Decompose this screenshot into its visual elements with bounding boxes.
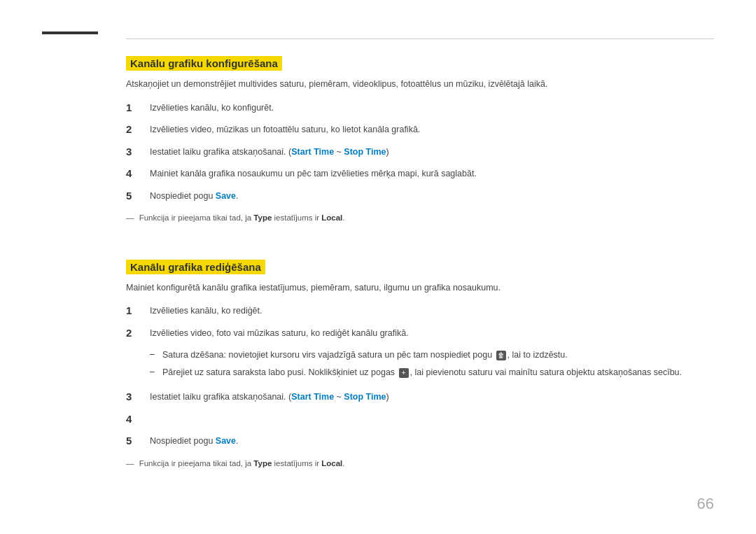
step-number: 3 (126, 389, 146, 405)
step-text: Izvēlieties video, foto vai mūzikas satu… (150, 326, 409, 340)
step-text: Izvēlieties kanālu, ko konfigurēt. (150, 101, 274, 115)
save-keyword-2: Save (216, 436, 236, 446)
section-1-steps: 1 Izvēlieties kanālu, ko konfigurēt. 2 I… (126, 101, 714, 204)
step-number: 2 (126, 325, 146, 342)
section-2: Kanālu grafika rediģēšana Mainiet konfig… (126, 260, 714, 470)
step-2-sub: 2 – Satura dzēšana: novietojiet kursoru … (126, 348, 714, 383)
type-keyword: Type (253, 213, 272, 222)
section-2-title: Kanālu grafika rediģēšana (126, 260, 265, 274)
delete-icon: 🗑 (496, 351, 506, 360)
step-1-4: 4 Mainiet kanāla grafika nosaukumu un pē… (126, 167, 714, 182)
step-2-5: 5 Nospiediet pogu Save. (126, 434, 714, 449)
section-1-title: Kanālu grafiku konfigurēšana (126, 56, 282, 71)
sub-item-2-text: Pārejiet uz satura saraksta labo pusi. N… (162, 365, 682, 379)
type-keyword-2: Type (253, 459, 272, 468)
step-number: 4 (126, 166, 146, 182)
footnote-dash: — (126, 213, 134, 222)
step-1-3: 3 Iestatiet laiku grafika atskaņošanai. … (126, 145, 714, 160)
step-number: 3 (126, 144, 146, 160)
top-divider-line (126, 38, 714, 39)
save-keyword: Save (216, 191, 236, 201)
step-2-1: 1 Izvēlieties kanālu, ko rediģēt. (126, 304, 714, 319)
section-2-footnote: — Funkcija ir pieejama tikai tad, ja Typ… (126, 458, 714, 470)
section-1: Kanālu grafiku konfigurēšana Atskaņojiet… (126, 56, 714, 225)
footnote-dash-2: — (126, 459, 134, 468)
stop-time-keyword: Stop Time (344, 147, 386, 157)
step-2-3: 3 Iestatiet laiku grafika atskaņošanai. … (126, 390, 714, 405)
local-keyword-2: Local (321, 459, 342, 468)
step-text: Izvēlieties kanālu, ko rediģēt. (150, 304, 262, 318)
sub-item-1-text: Satura dzēšana: novietojiet kursoru virs… (162, 348, 568, 362)
start-time-keyword-2: Start Time (291, 392, 334, 402)
step-number: 5 (126, 188, 146, 204)
step-2-4: 4 (126, 412, 714, 428)
step-number: 2 (126, 122, 146, 138)
step-text: – Satura dzēšana: novietojiet kursoru vi… (150, 348, 682, 383)
step-number: 5 (126, 433, 146, 449)
step-text: Mainiet kanāla grafika nosaukumu un pēc … (150, 167, 477, 181)
step-text: Iestatiet laiku grafika atskaņošanai. (S… (150, 390, 389, 404)
section-1-intro: Atskaņojiet un demonstrējiet multivides … (126, 78, 714, 91)
step-1-1: 1 Izvēlieties kanālu, ko konfigurēt. (126, 101, 714, 116)
local-keyword: Local (321, 213, 342, 222)
section-1-footnote: — Funkcija ir pieejama tikai tad, ja Typ… (126, 212, 714, 224)
section-2-steps: 1 Izvēlieties kanālu, ko rediģēt. 2 Izvē… (126, 304, 714, 449)
left-accent-bar (42, 31, 98, 34)
add-icon: + (399, 368, 409, 378)
step-text: Nospiediet pogu Save. (150, 434, 239, 448)
step-number: 4 (126, 412, 146, 428)
step-number: 1 (126, 100, 146, 116)
step-text: Izvēlieties video, mūzikas un fotoattēlu… (150, 122, 420, 136)
step-text: Nospiediet pogu Save. (150, 189, 239, 203)
sub-dash: – (150, 348, 162, 361)
start-time-keyword: Start Time (291, 147, 334, 157)
step-text: Iestatiet laiku grafika atskaņošanai. (S… (150, 145, 389, 159)
sub-item-2: – Pārejiet uz satura saraksta labo pusi.… (150, 365, 682, 379)
step-2-2: 2 Izvēlieties video, foto vai mūzikas sa… (126, 326, 714, 342)
sub-item-1: – Satura dzēšana: novietojiet kursoru vi… (150, 348, 682, 362)
page-container: Kanālu grafiku konfigurēšana Atskaņojiet… (0, 0, 756, 534)
page-number: 66 (697, 495, 714, 513)
step-number: 1 (126, 303, 146, 319)
section-2-intro: Mainiet konfigurētā kanālu grafika iesta… (126, 281, 714, 295)
step-1-2: 2 Izvēlieties video, mūzikas un fotoattē… (126, 122, 714, 138)
step-1-5: 5 Nospiediet pogu Save. (126, 189, 714, 204)
stop-time-keyword-2: Stop Time (344, 392, 386, 402)
sub-dash: – (150, 365, 162, 379)
